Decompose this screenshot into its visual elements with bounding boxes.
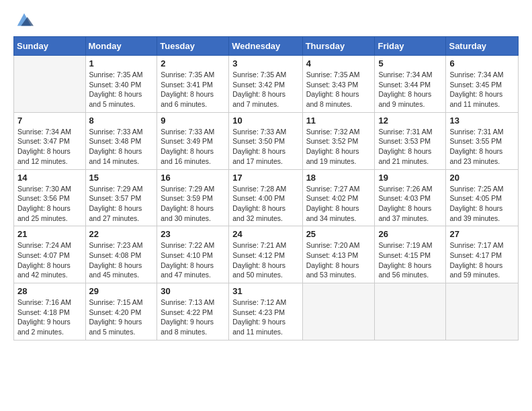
day-number: 31 [232, 286, 298, 296]
day-cell: 4 Sunrise: 7:35 AMSunset: 3:43 PMDayligh… [302, 56, 375, 113]
day-number: 3 [232, 58, 298, 68]
day-cell: 30 Sunrise: 7:13 AMSunset: 4:22 PMDaylig… [157, 283, 229, 340]
day-cell [302, 283, 375, 340]
day-info: Sunrise: 7:19 AMSunset: 4:15 PMDaylight:… [378, 240, 442, 280]
day-info: Sunrise: 7:20 AMSunset: 4:13 PMDaylight:… [306, 240, 371, 280]
header-day-friday: Friday [375, 37, 446, 56]
day-cell [375, 283, 446, 340]
day-cell: 21 Sunrise: 7:24 AMSunset: 4:07 PMDaylig… [14, 226, 86, 283]
header-day-wednesday: Wednesday [229, 37, 302, 56]
day-number: 5 [378, 58, 442, 68]
day-number: 9 [161, 116, 225, 126]
day-info: Sunrise: 7:35 AMSunset: 3:43 PMDaylight:… [306, 70, 371, 109]
day-cell: 2 Sunrise: 7:35 AMSunset: 3:41 PMDayligh… [157, 56, 229, 113]
day-info: Sunrise: 7:34 AMSunset: 3:44 PMDaylight:… [378, 70, 442, 109]
day-cell: 7 Sunrise: 7:34 AMSunset: 3:47 PMDayligh… [14, 112, 86, 169]
day-info: Sunrise: 7:35 AMSunset: 3:42 PMDaylight:… [232, 70, 298, 109]
day-info: Sunrise: 7:33 AMSunset: 3:49 PMDaylight:… [161, 127, 225, 167]
day-number: 4 [306, 58, 371, 68]
day-number: 2 [161, 58, 225, 68]
day-cell: 20 Sunrise: 7:25 AMSunset: 4:05 PMDaylig… [446, 169, 519, 226]
day-cell: 28 Sunrise: 7:16 AMSunset: 4:18 PMDaylig… [14, 283, 86, 340]
day-cell: 9 Sunrise: 7:33 AMSunset: 3:49 PMDayligh… [157, 112, 229, 169]
day-cell: 24 Sunrise: 7:21 AMSunset: 4:12 PMDaylig… [229, 226, 302, 283]
day-number: 12 [378, 116, 442, 126]
day-cell: 18 Sunrise: 7:27 AMSunset: 4:02 PMDaylig… [302, 169, 375, 226]
day-cell: 8 Sunrise: 7:33 AMSunset: 3:48 PMDayligh… [85, 112, 157, 169]
day-info: Sunrise: 7:32 AMSunset: 3:52 PMDaylight:… [306, 127, 371, 167]
day-info: Sunrise: 7:33 AMSunset: 3:48 PMDaylight:… [89, 127, 154, 167]
day-info: Sunrise: 7:16 AMSunset: 4:18 PMDaylight:… [17, 298, 82, 337]
day-cell: 23 Sunrise: 7:22 AMSunset: 4:10 PMDaylig… [157, 226, 229, 283]
day-info: Sunrise: 7:35 AMSunset: 3:41 PMDaylight:… [161, 70, 225, 109]
day-number: 1 [89, 58, 154, 68]
day-info: Sunrise: 7:33 AMSunset: 3:50 PMDaylight:… [232, 127, 298, 167]
day-number: 8 [89, 116, 154, 126]
day-number: 29 [89, 286, 154, 296]
day-info: Sunrise: 7:23 AMSunset: 4:08 PMDaylight:… [89, 240, 154, 280]
day-number: 30 [161, 286, 225, 296]
day-info: Sunrise: 7:31 AMSunset: 3:55 PMDaylight:… [449, 127, 515, 167]
day-cell: 14 Sunrise: 7:30 AMSunset: 3:56 PMDaylig… [14, 169, 86, 226]
day-info: Sunrise: 7:34 AMSunset: 3:45 PMDaylight:… [449, 70, 515, 109]
day-info: Sunrise: 7:21 AMSunset: 4:12 PMDaylight:… [232, 240, 298, 280]
day-cell: 27 Sunrise: 7:17 AMSunset: 4:17 PMDaylig… [446, 226, 519, 283]
day-info: Sunrise: 7:31 AMSunset: 3:53 PMDaylight:… [378, 127, 442, 167]
header-day-monday: Monday [85, 37, 157, 56]
week-row-4: 21 Sunrise: 7:24 AMSunset: 4:07 PMDaylig… [14, 226, 519, 283]
day-number: 17 [232, 173, 298, 183]
day-cell: 26 Sunrise: 7:19 AMSunset: 4:15 PMDaylig… [375, 226, 446, 283]
day-number: 25 [306, 229, 371, 239]
day-number: 20 [449, 173, 515, 183]
header [13, 11, 519, 30]
day-cell: 12 Sunrise: 7:31 AMSunset: 3:53 PMDaylig… [375, 112, 446, 169]
day-cell: 11 Sunrise: 7:32 AMSunset: 3:52 PMDaylig… [302, 112, 375, 169]
day-cell: 6 Sunrise: 7:34 AMSunset: 3:45 PMDayligh… [446, 56, 519, 113]
day-info: Sunrise: 7:13 AMSunset: 4:22 PMDaylight:… [161, 298, 225, 337]
day-number: 11 [306, 116, 371, 126]
day-cell: 5 Sunrise: 7:34 AMSunset: 3:44 PMDayligh… [375, 56, 446, 113]
week-row-1: 1 Sunrise: 7:35 AMSunset: 3:40 PMDayligh… [14, 56, 519, 113]
day-info: Sunrise: 7:35 AMSunset: 3:40 PMDaylight:… [89, 70, 154, 109]
logo-icon [15, 11, 34, 30]
day-cell: 31 Sunrise: 7:12 AMSunset: 4:23 PMDaylig… [229, 283, 302, 340]
week-row-2: 7 Sunrise: 7:34 AMSunset: 3:47 PMDayligh… [14, 112, 519, 169]
calendar-header-row: SundayMondayTuesdayWednesdayThursdayFrid… [14, 37, 519, 56]
day-number: 16 [161, 173, 225, 183]
day-number: 27 [449, 229, 515, 239]
week-row-3: 14 Sunrise: 7:30 AMSunset: 3:56 PMDaylig… [14, 169, 519, 226]
day-number: 6 [449, 58, 515, 68]
day-info: Sunrise: 7:28 AMSunset: 4:00 PMDaylight:… [232, 184, 298, 224]
day-cell: 15 Sunrise: 7:29 AMSunset: 3:57 PMDaylig… [85, 169, 157, 226]
day-cell: 17 Sunrise: 7:28 AMSunset: 4:00 PMDaylig… [229, 169, 302, 226]
logo [13, 11, 34, 30]
day-info: Sunrise: 7:17 AMSunset: 4:17 PMDaylight:… [449, 240, 515, 280]
day-cell: 29 Sunrise: 7:15 AMSunset: 4:20 PMDaylig… [85, 283, 157, 340]
day-number: 28 [17, 286, 82, 296]
day-number: 14 [17, 173, 82, 183]
calendar-table: SundayMondayTuesdayWednesdayThursdayFrid… [13, 36, 519, 340]
day-cell [446, 283, 519, 340]
header-day-thursday: Thursday [302, 37, 375, 56]
day-info: Sunrise: 7:24 AMSunset: 4:07 PMDaylight:… [17, 240, 82, 280]
day-number: 18 [306, 173, 371, 183]
day-cell: 25 Sunrise: 7:20 AMSunset: 4:13 PMDaylig… [302, 226, 375, 283]
day-cell: 1 Sunrise: 7:35 AMSunset: 3:40 PMDayligh… [85, 56, 157, 113]
day-number: 24 [232, 229, 298, 239]
header-day-tuesday: Tuesday [157, 37, 229, 56]
day-number: 19 [378, 173, 442, 183]
day-info: Sunrise: 7:29 AMSunset: 3:59 PMDaylight:… [161, 184, 225, 224]
day-info: Sunrise: 7:29 AMSunset: 3:57 PMDaylight:… [89, 184, 154, 224]
day-number: 21 [17, 229, 82, 239]
header-day-saturday: Saturday [446, 37, 519, 56]
day-cell: 13 Sunrise: 7:31 AMSunset: 3:55 PMDaylig… [446, 112, 519, 169]
day-info: Sunrise: 7:34 AMSunset: 3:47 PMDaylight:… [17, 127, 82, 167]
day-cell: 3 Sunrise: 7:35 AMSunset: 3:42 PMDayligh… [229, 56, 302, 113]
day-number: 26 [378, 229, 442, 239]
day-number: 22 [89, 229, 154, 239]
day-info: Sunrise: 7:22 AMSunset: 4:10 PMDaylight:… [161, 240, 225, 280]
header-day-sunday: Sunday [14, 37, 86, 56]
day-number: 7 [17, 116, 82, 126]
day-number: 15 [89, 173, 154, 183]
day-info: Sunrise: 7:30 AMSunset: 3:56 PMDaylight:… [17, 184, 82, 224]
